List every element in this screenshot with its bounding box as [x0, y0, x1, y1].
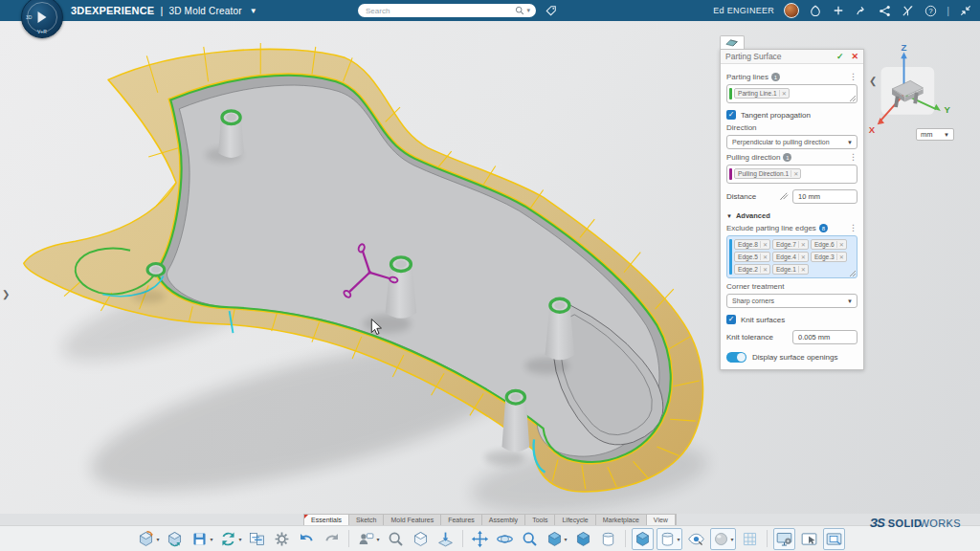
chevron-down-icon[interactable]: ▼: [250, 7, 257, 15]
edge-chip[interactable]: Edge.2✕: [734, 264, 770, 275]
edge-chip[interactable]: Edge.7✕: [772, 239, 809, 250]
tab-view[interactable]: View: [647, 515, 676, 525]
search-box[interactable]: ▾: [358, 4, 536, 17]
pan-button[interactable]: [469, 528, 491, 550]
capture-button[interactable]: [823, 528, 845, 550]
zoom-fit-button[interactable]: [519, 528, 541, 550]
knit-surfaces-checkbox[interactable]: ✓: [726, 315, 736, 324]
direction-dropdown[interactable]: Perpendicular to pulling direction ▼: [726, 135, 858, 149]
view-modes-button[interactable]: ▾: [544, 528, 569, 550]
tab-marketplace[interactable]: Marketplace: [596, 515, 647, 525]
remove-chip-icon[interactable]: ✕: [798, 253, 806, 260]
edge-chip[interactable]: Edge.3✕: [811, 252, 847, 262]
user-avatar[interactable]: [784, 3, 799, 18]
rotate-button[interactable]: [494, 528, 516, 550]
parting-line-chip[interactable]: Parting Line.1 ✕: [734, 88, 790, 99]
distance-input[interactable]: [792, 189, 858, 204]
resize-grip[interactable]: [850, 96, 856, 101]
shaded-edges-view-button[interactable]: [632, 528, 654, 550]
remove-chip-icon[interactable]: ✕: [798, 266, 806, 273]
edge-chip[interactable]: Edge.4✕: [772, 252, 809, 262]
units-dropdown[interactable]: mm ▼: [916, 128, 954, 141]
remove-chip-icon[interactable]: ✕: [760, 253, 768, 260]
undo-button[interactable]: [296, 528, 318, 550]
dropdown-caret-icon[interactable]: ▾: [376, 536, 379, 542]
wireframe-view-button[interactable]: [597, 528, 619, 550]
visibility-button[interactable]: [685, 528, 707, 550]
search-icon[interactable]: [515, 2, 524, 19]
advanced-section-header[interactable]: ▼ Advanced: [726, 211, 858, 220]
dropdown-caret-icon[interactable]: ▾: [565, 536, 568, 542]
resize-grip[interactable]: [850, 271, 856, 276]
help-icon[interactable]: ?: [924, 4, 937, 17]
remove-chip-icon[interactable]: ✕: [779, 90, 787, 97]
search-scope-chevron-icon[interactable]: ▾: [526, 7, 530, 14]
display-settings-button[interactable]: [773, 528, 795, 550]
zoom-area-button[interactable]: [385, 528, 407, 550]
dropdown-caret-icon[interactable]: ▾: [210, 536, 212, 542]
remove-chip-icon[interactable]: ✕: [760, 241, 768, 248]
redo-button[interactable]: [321, 528, 343, 550]
shaded-view-button[interactable]: [572, 528, 594, 550]
cancel-button[interactable]: ✕: [851, 52, 858, 61]
synchronize-button[interactable]: ▾: [217, 528, 243, 550]
panel-tab-parting-surface[interactable]: [720, 35, 745, 49]
display-surface-openings-toggle[interactable]: [726, 352, 746, 363]
grid-button[interactable]: [739, 528, 761, 550]
settings-gear-button[interactable]: [271, 528, 293, 550]
share-network-icon[interactable]: [878, 4, 891, 17]
tab-lifecycle[interactable]: Lifecycle: [555, 515, 595, 525]
orientation-triad[interactable]: Z X Y: [869, 42, 951, 135]
swym-icon[interactable]: [901, 4, 914, 17]
knit-tolerance-input[interactable]: [792, 330, 858, 344]
dimension-icon[interactable]: [780, 191, 789, 202]
corner-treatment-dropdown[interactable]: Sharp corners ▼: [726, 294, 858, 308]
edge-chip[interactable]: Edge.1✕: [772, 264, 809, 275]
share-button[interactable]: ▾: [355, 528, 381, 550]
user-name[interactable]: Ed ENGINEER: [713, 6, 774, 15]
render-style-button[interactable]: ▾: [710, 528, 736, 550]
edge-chip[interactable]: Edge.6✕: [811, 239, 847, 250]
remove-chip-icon[interactable]: ✕: [836, 253, 844, 260]
collapse-window-icon[interactable]: [959, 4, 972, 17]
search-input[interactable]: [366, 7, 515, 15]
new-content-button[interactable]: ▾: [135, 528, 161, 550]
edge-chip[interactable]: Edge.5✕: [734, 252, 770, 262]
selection-tools-button[interactable]: [798, 528, 820, 550]
pulling-direction-chip[interactable]: Pulling Direction.1 ✕: [734, 168, 801, 179]
parting-lines-selection-box[interactable]: Parting Line.1 ✕: [726, 84, 858, 103]
right-panel-collapser[interactable]: ❮: [869, 76, 877, 86]
refresh-content-button[interactable]: [164, 528, 186, 550]
edge-chip[interactable]: Edge.8✕: [734, 239, 770, 250]
dropdown-caret-icon[interactable]: ▾: [156, 536, 159, 542]
remove-chip-icon[interactable]: ✕: [798, 241, 806, 248]
ok-button[interactable]: ✓: [836, 52, 844, 61]
remove-chip-icon[interactable]: ✕: [836, 241, 844, 248]
tag-icon[interactable]: [544, 4, 559, 17]
add-icon[interactable]: [832, 4, 845, 17]
tab-sketch[interactable]: Sketch: [349, 515, 384, 525]
app-switcher[interactable]: 3DEXPERIENCE | 3D Mold Creator ▼: [71, 5, 257, 16]
tab-tools[interactable]: Tools: [525, 515, 555, 525]
normal-to-button[interactable]: [434, 528, 457, 550]
pulling-direction-selection-box[interactable]: Pulling Direction.1 ✕: [726, 165, 858, 184]
tab-mold-features[interactable]: Mold Features: [384, 515, 441, 525]
tab-assembly[interactable]: Assembly: [482, 515, 525, 525]
dropdown-caret-icon[interactable]: ▾: [731, 536, 734, 542]
platform-drop-icon[interactable]: [809, 4, 822, 17]
exclude-edges-selection-box[interactable]: Edge.8✕Edge.7✕Edge.6✕Edge.5✕Edge.4✕Edge.…: [726, 235, 858, 278]
dropdown-caret-icon[interactable]: ▾: [238, 536, 241, 542]
left-panel-expander[interactable]: ❯: [2, 289, 10, 299]
remove-chip-icon[interactable]: ✕: [791, 170, 798, 177]
save-button[interactable]: ▾: [189, 528, 214, 550]
pulling-direction-menu-icon[interactable]: ⋮: [849, 153, 858, 162]
transfer-document-button[interactable]: [246, 528, 268, 550]
share-arrow-icon[interactable]: [855, 4, 868, 17]
dropdown-caret-icon[interactable]: ▾: [678, 536, 680, 542]
remove-chip-icon[interactable]: ✕: [760, 266, 768, 273]
exclude-edges-menu-icon[interactable]: ⋮: [849, 224, 858, 232]
iso-view-button[interactable]: [410, 528, 432, 550]
parting-lines-menu-icon[interactable]: ⋮: [849, 73, 858, 81]
tab-features[interactable]: Features: [441, 515, 482, 525]
tab-essentials[interactable]: Essentials: [304, 515, 349, 525]
